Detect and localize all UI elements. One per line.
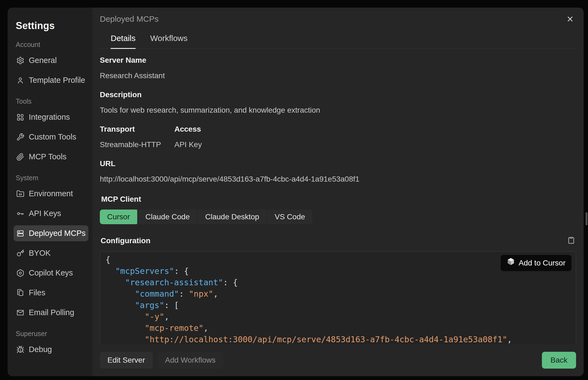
client-button-claude-desktop[interactable]: Claude Desktop <box>198 210 266 224</box>
sidebar-section: ToolsIntegrationsCustom ToolsMCP Tools <box>8 97 92 165</box>
sidebar-item-template-profile[interactable]: Template Profile <box>14 72 88 88</box>
code-line: "mcp-remote", <box>106 322 576 334</box>
paperclip-icon <box>16 153 24 161</box>
client-button-claude-code[interactable]: Claude Code <box>138 210 197 224</box>
mcp-client-selector: CursorClaude CodeClaude DesktopVS Code <box>100 210 576 224</box>
sidebar-item-label: Template Profile <box>29 76 85 85</box>
settings-title: Settings <box>16 20 92 31</box>
files-icon <box>16 289 24 297</box>
description-value: Tools for web research, summarization, a… <box>100 106 576 115</box>
sidebar-item-label: General <box>29 56 57 65</box>
sidebar-item-label: Integrations <box>29 113 70 122</box>
sidebar-item-label: Deployed MCPs <box>29 229 86 238</box>
configuration-row: Configuration <box>100 236 576 245</box>
main-header: Deployed MCPs <box>100 8 576 30</box>
sidebar-item-label: Debug <box>29 345 52 354</box>
sidebar-item-copilot-keys[interactable]: Copilot Keys <box>14 265 88 281</box>
sidebar-item-label: Environment <box>29 189 73 198</box>
bug-icon <box>16 346 24 354</box>
sidebar-section-label: Tools <box>16 97 92 105</box>
tab-workflows[interactable]: Workflows <box>150 34 188 49</box>
sidebar-item-debug[interactable]: Debug <box>14 341 88 357</box>
sidebar-item-files[interactable]: Files <box>14 285 88 301</box>
footer-bar: Edit Server Add Workflows Back <box>100 344 576 376</box>
sidebar-section: AccountGeneralTemplate Profile <box>8 41 92 88</box>
sidebar-item-label: Email Polling <box>29 308 74 317</box>
key-icon <box>16 210 24 218</box>
add-workflows-button[interactable]: Add Workflows <box>158 352 223 369</box>
settings-modal: Settings AccountGeneralTemplate ProfileT… <box>8 8 584 376</box>
code-line: "http://localhost:3000/api/mcp/serve/485… <box>106 334 576 344</box>
cursor-logo-icon <box>507 257 515 269</box>
sidebar-item-label: Copilot Keys <box>29 268 73 277</box>
mcp-client-label: MCP Client <box>101 195 576 204</box>
gear-icon <box>16 56 24 65</box>
page-title: Deployed MCPs <box>100 14 159 24</box>
sidebar-item-environment[interactable]: Environment <box>14 186 88 202</box>
folder-code-icon <box>16 190 24 198</box>
sidebar-item-label: Files <box>29 288 45 297</box>
wrench-icon <box>16 133 24 141</box>
server-name-value: Research Assistant <box>100 71 576 80</box>
sidebar-item-mcp-tools[interactable]: MCP Tools <box>14 149 88 165</box>
sidebar-section-label: Superuser <box>16 330 92 338</box>
server-name-label: Server Name <box>100 56 576 65</box>
sidebar-section: SuperuserDebug <box>8 330 92 357</box>
hexagon-icon <box>16 269 24 277</box>
code-line: "research-assistant": { <box>106 277 576 288</box>
code-line: "args": [ <box>106 300 576 311</box>
add-to-cursor-button[interactable]: Add to Cursor <box>501 255 571 271</box>
close-icon[interactable] <box>564 13 576 25</box>
user-icon <box>16 76 24 84</box>
sidebar-section: SystemEnvironmentAPI KeysDeployed MCPsBY… <box>8 174 92 321</box>
transport-label: Transport <box>100 125 174 134</box>
sidebar-item-email-polling[interactable]: Email Polling <box>14 305 88 321</box>
grid-icon <box>16 113 24 121</box>
sidebar-item-deployed-mcps[interactable]: Deployed MCPs <box>14 225 88 241</box>
sidebar-item-general[interactable]: General <box>14 52 88 68</box>
sidebar-item-api-keys[interactable]: API Keys <box>14 205 88 221</box>
mail-icon <box>16 309 24 317</box>
add-to-cursor-label: Add to Cursor <box>519 257 565 269</box>
sidebar-item-label: Custom Tools <box>29 132 76 141</box>
main-panel: Deployed MCPs DetailsWorkflows Server Na… <box>92 8 584 376</box>
configuration-label: Configuration <box>101 236 151 245</box>
sidebar-item-integrations[interactable]: Integrations <box>14 109 88 125</box>
client-button-cursor[interactable]: Cursor <box>100 210 137 224</box>
sidebar-item-label: API Keys <box>29 209 61 218</box>
code-line: "command": "npx", <box>106 288 576 300</box>
sidebar-item-label: MCP Tools <box>29 152 66 161</box>
key-slant-icon <box>16 249 24 257</box>
details-content: Server Name Research Assistant Descripti… <box>100 49 576 344</box>
transport-value: Streamable-HTTP <box>100 140 174 149</box>
transport-access-values: Streamable-HTTP API Key <box>100 134 576 149</box>
tab-details[interactable]: Details <box>111 34 136 49</box>
sidebar-item-byok[interactable]: BYOK <box>14 245 88 261</box>
client-button-vs-code[interactable]: VS Code <box>267 210 312 224</box>
access-value: API Key <box>174 140 202 149</box>
transport-access-labels: Transport Access <box>100 115 576 134</box>
url-label: URL <box>100 159 576 168</box>
copy-icon[interactable] <box>567 236 576 245</box>
server-icon <box>16 229 24 237</box>
configuration-code-block[interactable]: Add to Cursor { "mcpServers": { "researc… <box>100 251 576 344</box>
sidebar-nav: AccountGeneralTemplate ProfileToolsInteg… <box>8 41 92 357</box>
code-line: "-y", <box>106 311 576 322</box>
tab-bar: DetailsWorkflows <box>100 34 576 49</box>
url-value: http://localhost:3000/api/mcp/serve/4853… <box>100 175 576 183</box>
edit-server-button[interactable]: Edit Server <box>100 352 153 369</box>
sidebar-section-label: Account <box>16 41 92 49</box>
settings-sidebar: Settings AccountGeneralTemplate ProfileT… <box>8 8 92 376</box>
back-button[interactable]: Back <box>542 352 576 369</box>
sidebar-item-custom-tools[interactable]: Custom Tools <box>14 129 88 145</box>
page-scrollbar-thumb[interactable] <box>586 212 587 225</box>
sidebar-section-label: System <box>16 174 92 182</box>
access-label: Access <box>174 125 201 134</box>
description-label: Description <box>100 90 576 99</box>
sidebar-item-label: BYOK <box>29 249 51 258</box>
